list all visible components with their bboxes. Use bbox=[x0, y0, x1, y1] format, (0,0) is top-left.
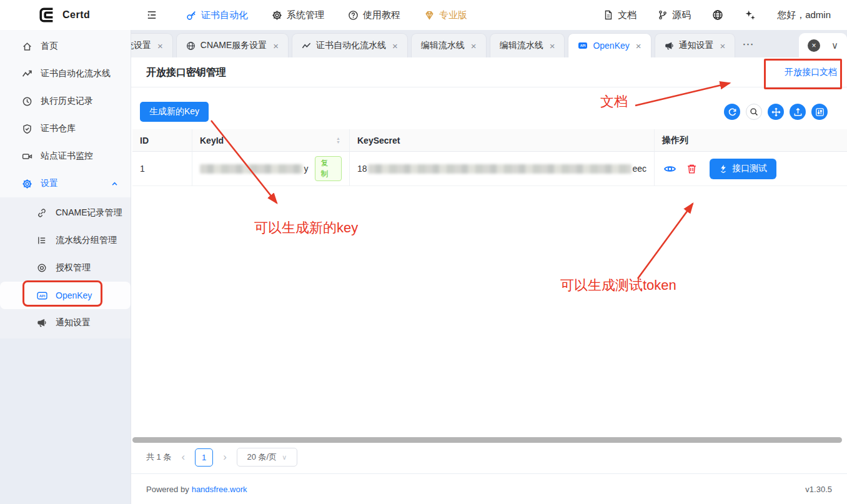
close-icon[interactable]: × bbox=[720, 41, 726, 51]
handsfree-link[interactable]: handsfree.work bbox=[192, 485, 247, 494]
sidebar-item-cert-repo[interactable]: 证书仓库 bbox=[0, 115, 131, 142]
tab-label: 统设置 bbox=[131, 40, 151, 51]
shield-check-icon bbox=[21, 124, 32, 134]
sidebar-item-pipelines[interactable]: 证书自动化流水线 bbox=[0, 60, 131, 87]
gem-badge-icon bbox=[424, 10, 435, 21]
sidebar-item-notifications[interactable]: 通知设置 bbox=[0, 309, 131, 337]
tab-label: CNAME服务设置 bbox=[201, 40, 267, 51]
key-icon bbox=[186, 10, 197, 21]
redacted-keysecret bbox=[368, 164, 632, 174]
close-icon[interactable]: × bbox=[273, 41, 279, 51]
sidebar-item-site-monitor[interactable]: 站点证书监控 bbox=[0, 142, 131, 170]
sort-icons[interactable]: ▲▼ bbox=[336, 137, 340, 144]
history-clock-icon bbox=[21, 96, 32, 107]
refresh-button[interactable] bbox=[724, 104, 740, 120]
sidebar-item-label: OpenKey bbox=[56, 290, 92, 300]
export-button[interactable] bbox=[790, 104, 806, 120]
api-test-button[interactable]: 接口测试 bbox=[710, 159, 776, 179]
close-icon[interactable]: × bbox=[550, 41, 555, 51]
delete-trash-icon[interactable] bbox=[686, 164, 697, 174]
home-icon bbox=[21, 41, 32, 52]
nav-pro-version[interactable]: 专业版 bbox=[424, 9, 467, 21]
cell-keyid: y 复制 bbox=[192, 152, 350, 186]
tab-edit-pipeline-1[interactable]: 编辑流水线 × bbox=[411, 33, 487, 57]
view-eye-icon[interactable] bbox=[663, 162, 676, 175]
language-globe-icon[interactable] bbox=[712, 9, 723, 21]
powered-by-text: Powered by bbox=[146, 485, 189, 494]
nav-system-management[interactable]: 系统管理 bbox=[272, 9, 324, 21]
next-page-icon[interactable]: › bbox=[223, 451, 227, 463]
tab-openkey[interactable]: API OpenKey × bbox=[568, 33, 651, 57]
tab-cert-pipelines[interactable]: 证书自动化流水线 × bbox=[292, 33, 408, 57]
user-greeting[interactable]: 您好，admin bbox=[777, 9, 831, 21]
brand[interactable]: Certd bbox=[0, 6, 131, 24]
sidebar-item-label: 授权管理 bbox=[56, 262, 91, 274]
brand-name: Certd bbox=[62, 9, 90, 21]
nav-label: 系统管理 bbox=[287, 9, 324, 21]
cell-keysecret: 18 eec bbox=[350, 152, 655, 186]
close-icon[interactable]: × bbox=[392, 41, 398, 51]
more-tabs-icon[interactable]: ⋯ bbox=[742, 37, 755, 51]
docs-link[interactable]: 文档 bbox=[603, 9, 636, 21]
page-size-select[interactable]: 20 条/页 ∨ bbox=[237, 448, 297, 467]
generate-key-button[interactable]: 生成新的Key bbox=[140, 102, 209, 122]
gear-icon bbox=[21, 179, 32, 189]
sidebar-item-authorization[interactable]: 授权管理 bbox=[0, 254, 131, 282]
tab-cname-service[interactable]: CNAME服务设置 × bbox=[176, 33, 289, 57]
megaphone-icon bbox=[665, 41, 674, 51]
menu-fold-icon[interactable] bbox=[146, 9, 157, 21]
close-icon[interactable]: × bbox=[636, 41, 641, 51]
table-row: 1 y 复制 18 eec bbox=[132, 152, 847, 186]
copy-button[interactable]: 复制 bbox=[315, 156, 342, 181]
caret-up-icon bbox=[111, 180, 118, 187]
sidebar-item-pipeline-groups[interactable]: 流水线分组管理 bbox=[0, 227, 131, 254]
close-icon[interactable]: × bbox=[157, 41, 163, 51]
move-button[interactable] bbox=[768, 104, 784, 120]
certd-app: Certd 证书自动化 系统管理 使用教程 专业版 bbox=[0, 0, 847, 504]
header-right: 文档 源码 您好，admin bbox=[603, 9, 847, 21]
sidebar-item-settings[interactable]: 设置 bbox=[0, 170, 131, 197]
sort-desc-icon[interactable]: ▼ bbox=[336, 141, 340, 144]
megaphone-icon bbox=[36, 318, 47, 328]
tab-notification-settings[interactable]: 通知设置 × bbox=[655, 33, 736, 57]
column-settings-button[interactable] bbox=[811, 104, 828, 120]
pagination-total: 共 1 条 bbox=[146, 452, 171, 463]
sidebar-item-history[interactable]: 执行历史记录 bbox=[0, 87, 131, 115]
sidebar: 首页 证书自动化流水线 执行历史记录 证书仓库 站点证书监控 设置 bbox=[0, 30, 131, 504]
source-label: 源码 bbox=[672, 9, 691, 21]
sidebar-item-openkey[interactable]: API OpenKey bbox=[0, 282, 131, 309]
keyid-suffix: y bbox=[304, 164, 309, 174]
page-number-button[interactable]: 1 bbox=[195, 448, 213, 467]
horizontal-scrollbar[interactable] bbox=[132, 437, 842, 443]
sidebar-item-home[interactable]: 首页 bbox=[0, 32, 131, 60]
certd-logo-icon bbox=[37, 6, 56, 24]
open-api-doc-link[interactable]: 开放接口文档 bbox=[785, 67, 837, 78]
search-button[interactable] bbox=[746, 104, 762, 120]
sidebar-item-label: 首页 bbox=[41, 41, 58, 52]
api-test-label: 接口测试 bbox=[732, 163, 767, 174]
tab-settings-partial[interactable]: 统设置 × bbox=[131, 33, 173, 57]
tabs-dropdown-chevron-icon[interactable]: ∨ bbox=[831, 40, 838, 51]
nav-cert-automation[interactable]: 证书自动化 bbox=[186, 9, 248, 21]
api-badge-icon: API bbox=[36, 290, 47, 301]
sidebar-item-label: 证书自动化流水线 bbox=[41, 68, 111, 79]
main-content: 开放接口密钥管理 开放接口文档 生成新的Key ID bbox=[131, 57, 847, 504]
nav-label: 使用教程 bbox=[363, 9, 400, 21]
select-chevron-icon: ∨ bbox=[282, 453, 287, 462]
page-title: 开放接口密钥管理 bbox=[146, 66, 226, 79]
tab-label: 通知设置 bbox=[679, 40, 714, 51]
nav-tutorial[interactable]: 使用教程 bbox=[348, 9, 400, 21]
sparkles-icon[interactable] bbox=[745, 9, 756, 21]
close-all-tabs-icon[interactable]: × bbox=[808, 39, 820, 52]
close-icon[interactable]: × bbox=[471, 41, 477, 51]
tab-controls: × ∨ bbox=[799, 33, 847, 57]
tab-edit-pipeline-2[interactable]: 编辑流水线 × bbox=[490, 33, 565, 57]
source-code-link[interactable]: 源码 bbox=[658, 9, 691, 21]
page-header: 开放接口密钥管理 开放接口文档 bbox=[131, 57, 847, 87]
cell-id: 1 bbox=[132, 152, 192, 186]
sidebar-item-cname-records[interactable]: CNAME记录管理 bbox=[0, 199, 131, 227]
prev-page-icon[interactable]: ‹ bbox=[181, 451, 185, 463]
sidebar-menu: 首页 证书自动化流水线 执行历史记录 证书仓库 站点证书监控 设置 bbox=[0, 30, 131, 338]
column-header-keyid: KeyId ▲▼ bbox=[192, 129, 350, 152]
document-icon bbox=[603, 10, 613, 20]
